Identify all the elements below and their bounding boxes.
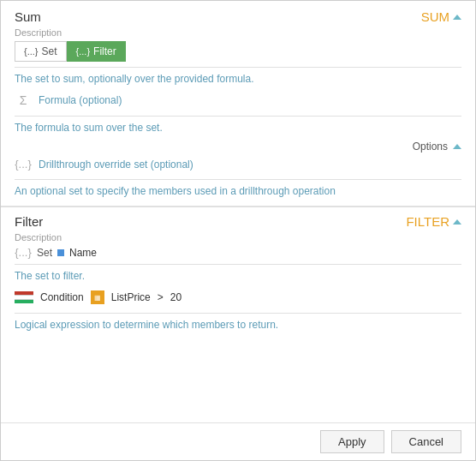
filter-description-label: Description [15, 232, 461, 242]
drillthrough-row: {...} Drillthrough override set (optiona… [15, 154, 461, 174]
filter-tag: FILTER [406, 214, 461, 229]
sigma-icon: Σ [15, 93, 32, 107]
formula-row: Σ Formula (optional) [15, 90, 461, 111]
filter-set-row: {...} Set Name [15, 246, 461, 259]
sum-divider-2 [15, 116, 461, 117]
drillthrough-label[interactable]: Drillthrough override set (optional) [39, 159, 193, 171]
options-label: Options [413, 141, 448, 153]
filter-curly-icon: {...} [76, 46, 91, 57]
filter-orange-icon: ▦ [91, 290, 104, 304]
condition-operator: > [158, 291, 164, 303]
condition-label: Condition [40, 291, 84, 303]
sum-tag: SUM [421, 9, 461, 24]
filter-set-info: The set to filter. [15, 270, 461, 282]
bottom-bar: Apply Cancel [1, 422, 475, 460]
sum-tab-row: {...} Set {...} Filter [15, 41, 461, 62]
options-row: Options [15, 139, 461, 154]
filter-set-label: Set [37, 247, 52, 259]
filter-collapse-icon[interactable] [453, 219, 461, 225]
sum-section: Sum SUM Description {...} Set {...} Filt… [1, 1, 475, 202]
drillthrough-curly-icon: {...} [15, 158, 32, 171]
condition-row: Condition ▦ ListPrice > 20 [15, 287, 461, 308]
filter-set-curly-icon: {...} [15, 246, 32, 259]
filter-condition-info: Logical expression to determine which me… [15, 319, 461, 331]
name-blue-square [57, 249, 64, 256]
filter-section: Filter FILTER Description {...} Set Name… [1, 206, 475, 336]
tab-set-label: Set [42, 45, 57, 57]
sum-description-label: Description [15, 27, 461, 38]
sum-collapse-icon[interactable] [453, 15, 461, 20]
set-curly-icon: {...} [24, 46, 39, 57]
options-collapse-icon[interactable] [453, 144, 461, 149]
sum-divider-1 [15, 67, 461, 68]
sum-title: Sum [15, 9, 41, 24]
sum-set-info: The set to sum, optionally over the prov… [15, 73, 461, 85]
sum-header: Sum SUM [15, 9, 461, 24]
sum-divider-3 [15, 179, 461, 180]
sum-drillthrough-info: An optional set to specify the members u… [15, 185, 461, 197]
formula-label[interactable]: Formula (optional) [39, 94, 122, 106]
filter-divider-2 [15, 313, 461, 314]
main-container: Sum SUM Description {...} Set {...} Filt… [0, 0, 476, 461]
flag-icon [15, 291, 33, 303]
condition-value[interactable]: 20 [170, 291, 181, 303]
filter-name-badge: Name [69, 247, 97, 259]
condition-field[interactable]: ListPrice [111, 291, 151, 303]
sum-formula-info: The formula to sum over the set. [15, 122, 461, 134]
filter-divider-1 [15, 264, 461, 265]
filter-title: Filter [15, 214, 43, 229]
cancel-button[interactable]: Cancel [391, 430, 461, 453]
tab-filter-label: Filter [93, 45, 116, 57]
tab-filter-button[interactable]: {...} Filter [67, 41, 126, 62]
tab-set-button[interactable]: {...} Set [15, 41, 67, 62]
apply-button[interactable]: Apply [320, 430, 384, 453]
flag-green [15, 300, 33, 303]
filter-header: Filter FILTER [15, 214, 461, 229]
